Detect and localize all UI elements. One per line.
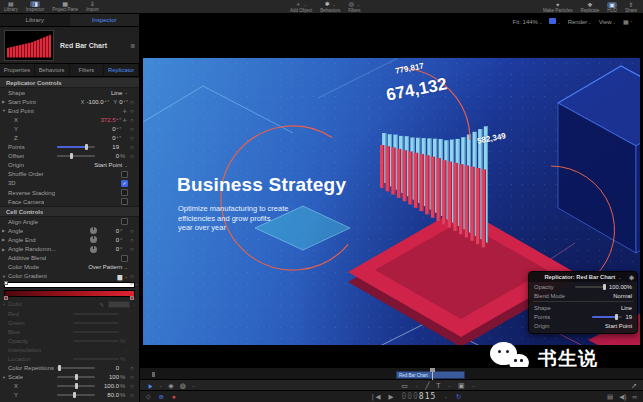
loop-icon[interactable]: ↻: [456, 393, 461, 401]
timeline-clip[interactable]: Red Bar Chart: [396, 371, 465, 379]
keyframe-icon[interactable]: ◇: [128, 392, 136, 398]
transform-tool[interactable]: ◈: [168, 382, 173, 389]
rectangle-tool[interactable]: ▭: [401, 382, 408, 389]
motion-path-icon[interactable]: ⊕: [159, 393, 164, 401]
slider-track[interactable]: [57, 385, 95, 387]
gradient-preset-icon[interactable]: ▆: [118, 273, 123, 280]
toolbar-button-import[interactable]: ⇩Import: [82, 0, 103, 13]
hud-overlay[interactable]: Replicator: Red Bar Chart⌄ ✱ Opacity100.…: [528, 271, 638, 334]
gear-icon[interactable]: ✱: [629, 274, 634, 281]
link-icon[interactable]: ∞: [632, 393, 637, 401]
dial-control[interactable]: [90, 227, 97, 234]
disclosure-triangle[interactable]: ▼: [2, 274, 6, 279]
render-menu[interactable]: Render⌄: [568, 19, 592, 25]
toolbar-button-filters[interactable]: ◎ ⌄Filters: [344, 0, 364, 14]
slider-track[interactable]: [57, 155, 95, 157]
show-markers-icon[interactable]: ⬦: [146, 393, 151, 401]
toolbar-button-replicate[interactable]: ❖Replicate: [576, 0, 603, 14]
play-button[interactable]: ▶: [388, 393, 393, 401]
gradient-tools-icons[interactable]: ⇄ ⌄: [130, 282, 138, 286]
toolbar-button-library[interactable]: ▤Library: [0, 0, 22, 13]
keyframe-icon[interactable]: ◇: [128, 126, 136, 132]
toolbar-button-inspector[interactable]: ◨Inspector: [22, 0, 49, 13]
hud-slider-thumb[interactable]: [615, 314, 618, 320]
record-button[interactable]: ●: [172, 393, 176, 400]
value-field[interactable]: 0: [119, 99, 122, 105]
slider-value[interactable]: 100: [95, 374, 119, 380]
value-field[interactable]: 372.5: [100, 117, 115, 123]
channels-select[interactable]: ⌄: [549, 18, 560, 25]
slider-track[interactable]: [73, 322, 119, 324]
animation-menu-icon[interactable]: ✛: [121, 117, 128, 123]
layout-icon[interactable]: ▦⌃: [623, 18, 633, 25]
slider-value[interactable]: 0: [95, 153, 119, 159]
gradient-opacity-bar[interactable]: [4, 282, 135, 288]
disclosure-triangle[interactable]: ▼: [2, 302, 6, 307]
gradient-editor[interactable]: ⇄ ⌄: [0, 281, 139, 300]
checkbox-face-camera[interactable]: [121, 198, 128, 205]
checkbox-shuffle-order[interactable]: [121, 171, 128, 178]
slider-value[interactable]: 19: [95, 144, 119, 150]
checkbox-additive-blend[interactable]: [121, 255, 128, 262]
slider-value[interactable]: 100.0: [95, 383, 119, 389]
disclosure-triangle[interactable]: ▶: [2, 228, 5, 233]
mini-timeline[interactable]: Red Bar Chart: [140, 367, 643, 380]
pane-tab-inspector[interactable]: Inspector: [70, 14, 140, 26]
pan-zoom-icon[interactable]: ➚: [631, 382, 637, 389]
slider-thumb[interactable]: [75, 383, 78, 389]
slider-value[interactable]: 0: [95, 365, 119, 371]
keyframe-icon[interactable]: ◇: [128, 153, 136, 159]
slider-thumb[interactable]: [58, 365, 61, 371]
slider-track[interactable]: [73, 340, 119, 342]
hud-slider[interactable]: [592, 316, 622, 318]
slider-value[interactable]: 80.0: [95, 392, 119, 398]
dial-value[interactable]: 0: [97, 246, 119, 252]
keyframe-icon[interactable]: ◇: [128, 273, 136, 279]
select-value[interactable]: Over Pattern: [88, 264, 122, 270]
tab-filters[interactable]: Filters: [70, 64, 105, 76]
hud-slider[interactable]: [575, 286, 605, 288]
toolbar-button-behaviors[interactable]: ✱ ⌄Behaviors: [316, 0, 344, 14]
tab-replicator[interactable]: Replicator: [104, 64, 139, 76]
disclosure-triangle[interactable]: ▼: [2, 375, 6, 380]
disclosure-triangle[interactable]: ▶: [2, 237, 5, 242]
keyframe-icon[interactable]: ◇: [128, 117, 136, 123]
crop-tool[interactable]: ◍: [180, 382, 186, 389]
previous-frame-button[interactable]: ❘◀: [370, 393, 380, 401]
value-field[interactable]: 0: [112, 135, 115, 141]
tab-behaviors[interactable]: Behaviors: [35, 64, 70, 76]
stepper-icon[interactable]: ▴ ▾: [105, 100, 110, 104]
pane-tab-library[interactable]: Library: [0, 14, 70, 26]
disclosure-triangle[interactable]: ▶: [2, 247, 5, 252]
opacity-stop[interactable]: [4, 281, 8, 285]
stepper-icon[interactable]: ▴ ▾: [117, 136, 122, 140]
slider-track[interactable]: [57, 376, 95, 378]
dial-control[interactable]: [90, 236, 97, 243]
stepper-icon[interactable]: ▴ ▾: [117, 127, 122, 131]
slider-track[interactable]: [57, 146, 95, 148]
checkbox-3d[interactable]: ✓: [121, 180, 128, 187]
keyframe-icon[interactable]: ◇: [128, 228, 136, 234]
slider-track[interactable]: [57, 367, 95, 369]
toolbar-button-hud[interactable]: ▣HUD: [603, 0, 621, 14]
animation-menu-icon[interactable]: ✛: [121, 108, 128, 114]
keyframe-icon[interactable]: ◇: [128, 246, 136, 252]
gradient-color-bar[interactable]: [4, 290, 135, 297]
timecode-display[interactable]: 000815: [401, 392, 436, 401]
audio-icon[interactable]: ◀): [619, 393, 626, 401]
keyframe-icon[interactable]: ◇: [128, 144, 136, 150]
slider-thumb[interactable]: [73, 392, 76, 398]
slider-thumb[interactable]: [70, 153, 73, 159]
zoom-level-select[interactable]: Fit: 144%⌄: [513, 19, 543, 25]
select-tool[interactable]: ▲: [145, 380, 155, 390]
value-field[interactable]: 0: [112, 126, 115, 132]
tab-properties[interactable]: Properties: [0, 64, 35, 76]
dial-value[interactable]: 0: [97, 228, 119, 234]
toolbar-button-project-pane[interactable]: ▦Project Pane: [48, 0, 82, 13]
toolbar-button-add-object[interactable]: ＋ ⌄Add Object: [286, 0, 316, 14]
slider-thumb[interactable]: [75, 374, 78, 380]
checkbox-reverse-stacking[interactable]: [121, 189, 128, 196]
disclosure-triangle[interactable]: ▼: [2, 108, 6, 113]
layers-icon[interactable]: ≣: [130, 42, 135, 49]
value-field[interactable]: -100.0: [87, 99, 104, 105]
